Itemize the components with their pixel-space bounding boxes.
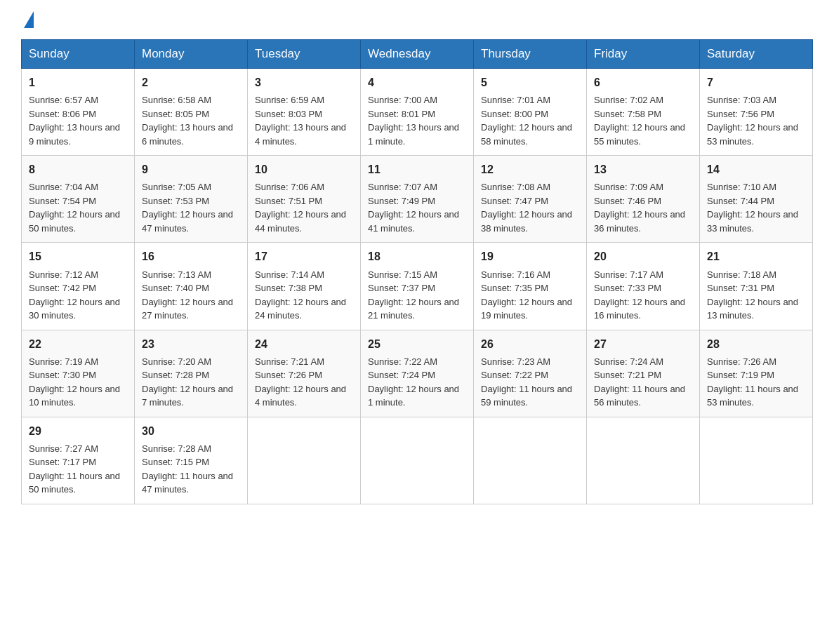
calendar-cell: 27Sunrise: 7:24 AMSunset: 7:21 PMDayligh… xyxy=(587,330,700,417)
day-info: Sunrise: 7:04 AMSunset: 7:54 PMDaylight:… xyxy=(29,180,127,235)
calendar-cell: 25Sunrise: 7:22 AMSunset: 7:24 PMDayligh… xyxy=(361,330,474,417)
day-info: Sunrise: 7:20 AMSunset: 7:28 PMDaylight:… xyxy=(142,355,240,410)
calendar-cell xyxy=(248,417,361,504)
day-number: 30 xyxy=(142,423,240,439)
day-info: Sunrise: 7:14 AMSunset: 7:38 PMDaylight:… xyxy=(255,268,353,323)
calendar-cell xyxy=(474,417,587,504)
day-number: 29 xyxy=(29,423,127,439)
calendar-cell: 12Sunrise: 7:08 AMSunset: 7:47 PMDayligh… xyxy=(474,156,587,243)
day-info: Sunrise: 7:15 AMSunset: 7:37 PMDaylight:… xyxy=(368,268,466,323)
calendar-cell: 1Sunrise: 6:57 AMSunset: 8:06 PMDaylight… xyxy=(22,69,135,156)
day-number: 24 xyxy=(255,336,353,352)
day-number: 3 xyxy=(255,74,353,90)
calendar-cell: 19Sunrise: 7:16 AMSunset: 7:35 PMDayligh… xyxy=(474,243,587,330)
day-info: Sunrise: 7:01 AMSunset: 8:00 PMDaylight:… xyxy=(481,93,579,148)
day-info: Sunrise: 7:13 AMSunset: 7:40 PMDaylight:… xyxy=(142,268,240,323)
day-info: Sunrise: 6:57 AMSunset: 8:06 PMDaylight:… xyxy=(29,93,127,148)
header-saturday: Saturday xyxy=(700,40,813,69)
calendar-cell xyxy=(700,417,813,504)
day-number: 27 xyxy=(594,336,692,352)
header-friday: Friday xyxy=(587,40,700,69)
day-info: Sunrise: 7:23 AMSunset: 7:22 PMDaylight:… xyxy=(481,355,579,410)
week-row-1: 1Sunrise: 6:57 AMSunset: 8:06 PMDaylight… xyxy=(22,69,813,156)
day-number: 10 xyxy=(255,161,353,177)
day-number: 12 xyxy=(481,161,579,177)
day-number: 15 xyxy=(29,248,127,264)
calendar-cell: 7Sunrise: 7:03 AMSunset: 7:56 PMDaylight… xyxy=(700,69,813,156)
header-tuesday: Tuesday xyxy=(248,40,361,69)
calendar-cell: 30Sunrise: 7:28 AMSunset: 7:15 PMDayligh… xyxy=(135,417,248,504)
calendar-cell xyxy=(587,417,700,504)
day-info: Sunrise: 7:06 AMSunset: 7:51 PMDaylight:… xyxy=(255,180,353,235)
day-number: 1 xyxy=(29,74,127,90)
day-number: 8 xyxy=(29,161,127,177)
header-thursday: Thursday xyxy=(474,40,587,69)
calendar-cell: 24Sunrise: 7:21 AMSunset: 7:26 PMDayligh… xyxy=(248,330,361,417)
day-number: 7 xyxy=(707,74,805,90)
calendar-cell: 15Sunrise: 7:12 AMSunset: 7:42 PMDayligh… xyxy=(22,243,135,330)
day-number: 23 xyxy=(142,336,240,352)
calendar-cell: 13Sunrise: 7:09 AMSunset: 7:46 PMDayligh… xyxy=(587,156,700,243)
calendar-cell: 10Sunrise: 7:06 AMSunset: 7:51 PMDayligh… xyxy=(248,156,361,243)
calendar-cell: 21Sunrise: 7:18 AMSunset: 7:31 PMDayligh… xyxy=(700,243,813,330)
day-info: Sunrise: 7:27 AMSunset: 7:17 PMDaylight:… xyxy=(29,442,127,497)
header-sunday: Sunday xyxy=(22,40,135,69)
calendar-cell: 20Sunrise: 7:17 AMSunset: 7:33 PMDayligh… xyxy=(587,243,700,330)
day-number: 20 xyxy=(594,248,692,264)
week-row-2: 8Sunrise: 7:04 AMSunset: 7:54 PMDaylight… xyxy=(22,156,813,243)
calendar-cell: 16Sunrise: 7:13 AMSunset: 7:40 PMDayligh… xyxy=(135,243,248,330)
day-number: 9 xyxy=(142,161,240,177)
calendar-cell: 3Sunrise: 6:59 AMSunset: 8:03 PMDaylight… xyxy=(248,69,361,156)
day-info: Sunrise: 6:58 AMSunset: 8:05 PMDaylight:… xyxy=(142,93,240,148)
day-number: 4 xyxy=(368,74,466,90)
week-row-5: 29Sunrise: 7:27 AMSunset: 7:17 PMDayligh… xyxy=(22,417,813,504)
day-info: Sunrise: 7:10 AMSunset: 7:44 PMDaylight:… xyxy=(707,180,805,235)
day-info: Sunrise: 7:26 AMSunset: 7:19 PMDaylight:… xyxy=(707,355,805,410)
day-number: 16 xyxy=(142,248,240,264)
day-number: 17 xyxy=(255,248,353,264)
logo xyxy=(21,14,34,25)
calendar-cell: 26Sunrise: 7:23 AMSunset: 7:22 PMDayligh… xyxy=(474,330,587,417)
day-info: Sunrise: 7:03 AMSunset: 7:56 PMDaylight:… xyxy=(707,93,805,148)
calendar-cell: 8Sunrise: 7:04 AMSunset: 7:54 PMDaylight… xyxy=(22,156,135,243)
day-number: 5 xyxy=(481,74,579,90)
day-number: 18 xyxy=(368,248,466,264)
day-info: Sunrise: 7:05 AMSunset: 7:53 PMDaylight:… xyxy=(142,180,240,235)
header-wednesday: Wednesday xyxy=(361,40,474,69)
day-info: Sunrise: 7:22 AMSunset: 7:24 PMDaylight:… xyxy=(368,355,466,410)
calendar-cell: 18Sunrise: 7:15 AMSunset: 7:37 PMDayligh… xyxy=(361,243,474,330)
day-number: 25 xyxy=(368,336,466,352)
calendar-cell: 28Sunrise: 7:26 AMSunset: 7:19 PMDayligh… xyxy=(700,330,813,417)
day-number: 19 xyxy=(481,248,579,264)
day-number: 2 xyxy=(142,74,240,90)
calendar-cell: 23Sunrise: 7:20 AMSunset: 7:28 PMDayligh… xyxy=(135,330,248,417)
calendar-cell: 4Sunrise: 7:00 AMSunset: 8:01 PMDaylight… xyxy=(361,69,474,156)
day-info: Sunrise: 7:02 AMSunset: 7:58 PMDaylight:… xyxy=(594,93,692,148)
calendar-cell: 6Sunrise: 7:02 AMSunset: 7:58 PMDaylight… xyxy=(587,69,700,156)
weekday-header-row: SundayMondayTuesdayWednesdayThursdayFrid… xyxy=(22,40,813,69)
day-info: Sunrise: 7:07 AMSunset: 7:49 PMDaylight:… xyxy=(368,180,466,235)
day-info: Sunrise: 7:08 AMSunset: 7:47 PMDaylight:… xyxy=(481,180,579,235)
calendar-cell: 9Sunrise: 7:05 AMSunset: 7:53 PMDaylight… xyxy=(135,156,248,243)
day-number: 28 xyxy=(707,336,805,352)
calendar-cell: 14Sunrise: 7:10 AMSunset: 7:44 PMDayligh… xyxy=(700,156,813,243)
day-info: Sunrise: 7:24 AMSunset: 7:21 PMDaylight:… xyxy=(594,355,692,410)
day-info: Sunrise: 7:09 AMSunset: 7:46 PMDaylight:… xyxy=(594,180,692,235)
day-info: Sunrise: 7:17 AMSunset: 7:33 PMDaylight:… xyxy=(594,268,692,323)
day-number: 14 xyxy=(707,161,805,177)
day-info: Sunrise: 6:59 AMSunset: 8:03 PMDaylight:… xyxy=(255,93,353,148)
calendar-cell: 2Sunrise: 6:58 AMSunset: 8:05 PMDaylight… xyxy=(135,69,248,156)
calendar-cell: 29Sunrise: 7:27 AMSunset: 7:17 PMDayligh… xyxy=(22,417,135,504)
logo-triangle-icon xyxy=(24,11,34,28)
page-header xyxy=(21,14,813,25)
day-info: Sunrise: 7:00 AMSunset: 8:01 PMDaylight:… xyxy=(368,93,466,148)
day-info: Sunrise: 7:12 AMSunset: 7:42 PMDaylight:… xyxy=(29,268,127,323)
day-info: Sunrise: 7:21 AMSunset: 7:26 PMDaylight:… xyxy=(255,355,353,410)
day-info: Sunrise: 7:19 AMSunset: 7:30 PMDaylight:… xyxy=(29,355,127,410)
calendar-cell: 11Sunrise: 7:07 AMSunset: 7:49 PMDayligh… xyxy=(361,156,474,243)
header-monday: Monday xyxy=(135,40,248,69)
day-number: 22 xyxy=(29,336,127,352)
calendar-cell xyxy=(361,417,474,504)
day-info: Sunrise: 7:18 AMSunset: 7:31 PMDaylight:… xyxy=(707,268,805,323)
day-number: 11 xyxy=(368,161,466,177)
